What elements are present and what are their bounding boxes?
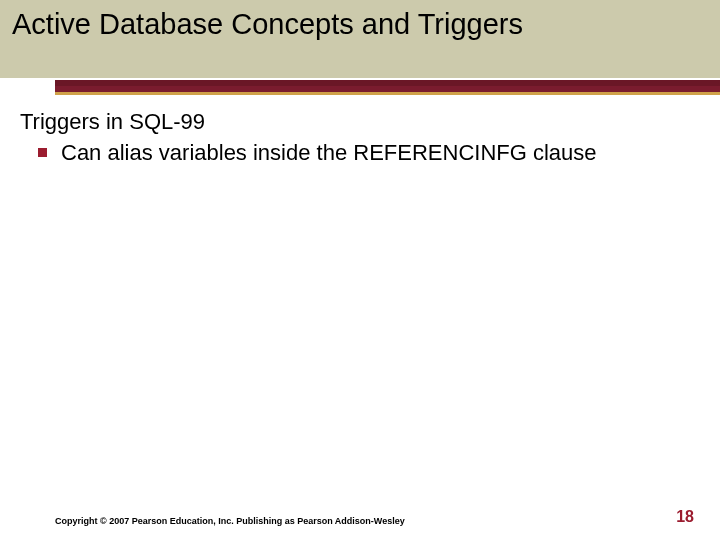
- divider-bar-dark: [55, 80, 720, 92]
- bullet-text: Can alias variables inside the REFERENCI…: [61, 139, 700, 168]
- bullet-item: Can alias variables inside the REFERENCI…: [20, 139, 700, 168]
- content-area: Triggers in SQL-99 Can alias variables i…: [0, 98, 720, 167]
- divider-bar-gold: [55, 92, 720, 95]
- slide: Active Database Concepts and Triggers Tr…: [0, 0, 720, 540]
- page-number: 18: [676, 508, 694, 526]
- divider: [0, 80, 720, 98]
- slide-title: Active Database Concepts and Triggers: [12, 6, 708, 42]
- copyright-text: Copyright © 2007 Pearson Education, Inc.…: [55, 516, 405, 526]
- content-heading: Triggers in SQL-99: [20, 108, 700, 137]
- footer: Copyright © 2007 Pearson Education, Inc.…: [0, 508, 720, 526]
- square-bullet-icon: [38, 148, 47, 157]
- title-band: Active Database Concepts and Triggers: [0, 0, 720, 80]
